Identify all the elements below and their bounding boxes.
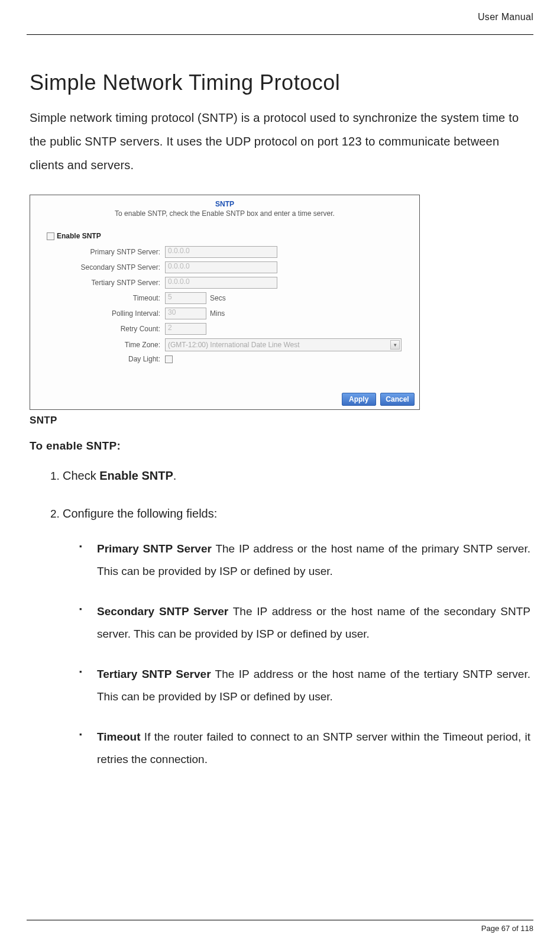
chevron-down-icon: ▾ (390, 340, 400, 350)
polling-unit: Mins (210, 309, 225, 318)
bullet-timeout-bold: Timeout (97, 731, 141, 743)
bullet-secondary-bold: Secondary SNTP Server (97, 605, 228, 618)
content: Simple Network Timing Protocol Simple ne… (27, 35, 533, 771)
button-bar: Apply Cancel (30, 389, 419, 409)
enable-sntp-row: Enable SNTP (47, 232, 413, 240)
retry-row: Retry Count: 2 (36, 323, 413, 335)
step-1-post: . (173, 469, 177, 482)
secondary-server-input[interactable]: 0.0.0.0 (165, 261, 277, 273)
bullet-secondary: Secondary SNTP Server The IP address or … (97, 600, 530, 645)
polling-row: Polling Interval: 30 Mins (36, 308, 413, 319)
step-2-text: Configure the following fields: (63, 507, 217, 520)
bullet-tertiary-bold: Tertiary SNTP Server (97, 668, 211, 680)
timezone-label: Time Zone: (36, 341, 165, 349)
screenshot-subtitle: To enable SNTP, check the Enable SNTP bo… (36, 209, 413, 218)
secondary-server-row: Secondary SNTP Server: 0.0.0.0 (36, 261, 413, 273)
step-1-pre: Check (63, 469, 99, 482)
enable-sntp-label: Enable SNTP (57, 232, 101, 240)
bullet-timeout: Timeout If the router failed to connect … (97, 726, 530, 771)
footer-text: Page 67 of 118 (27, 924, 533, 933)
page-header: User Manual (27, 12, 533, 35)
secondary-server-label: Secondary SNTP Server: (36, 263, 165, 272)
polling-input[interactable]: 30 (165, 308, 206, 319)
daylight-label: Day Light: (36, 355, 165, 363)
bullet-timeout-text: If the router failed to connect to an SN… (97, 731, 530, 765)
daylight-row: Day Light: (36, 355, 413, 363)
footer-rule (27, 920, 533, 920)
page-footer: Page 67 of 118 (27, 920, 533, 933)
step-1: Check Enable SNTP. (63, 464, 530, 487)
bullet-tertiary: Tertiary SNTP Server The IP address or t… (97, 663, 530, 708)
tertiary-server-row: Tertiary SNTP Server: 0.0.0.0 (36, 277, 413, 289)
apply-button[interactable]: Apply (342, 393, 376, 406)
screenshot-title: SNTP (36, 200, 413, 208)
enable-sntp-checkbox[interactable] (47, 232, 54, 240)
timezone-row: Time Zone: (GMT-12:00) International Dat… (36, 338, 413, 351)
timeout-label: Timeout: (36, 294, 165, 302)
field-bullets: Primary SNTP Server The IP address or th… (63, 538, 530, 771)
sntp-screenshot: SNTP To enable SNTP, check the Enable SN… (30, 195, 420, 410)
timeout-unit: Secs (210, 294, 226, 302)
retry-input[interactable]: 2 (165, 323, 206, 335)
timeout-input[interactable]: 5 (165, 292, 206, 304)
header-label: User Manual (27, 12, 533, 22)
timeout-row: Timeout: 5 Secs (36, 292, 413, 304)
tertiary-server-label: Tertiary SNTP Server: (36, 279, 165, 287)
primary-server-input[interactable]: 0.0.0.0 (165, 246, 277, 258)
spacer (36, 367, 413, 383)
tertiary-server-input[interactable]: 0.0.0.0 (165, 277, 277, 289)
page-title: Simple Network Timing Protocol (30, 70, 530, 95)
sntp-screenshot-body: SNTP To enable SNTP, check the Enable SN… (30, 195, 419, 389)
page: User Manual Simple Network Timing Protoc… (0, 0, 560, 947)
daylight-checkbox[interactable] (165, 355, 173, 363)
cancel-button[interactable]: Cancel (380, 393, 415, 406)
primary-server-row: Primary SNTP Server: 0.0.0.0 (36, 246, 413, 258)
timezone-select[interactable]: (GMT-12:00) International Date Line West… (165, 338, 402, 351)
steps-list: Check Enable SNTP. Configure the followi… (30, 464, 530, 771)
primary-server-label: Primary SNTP Server: (36, 248, 165, 256)
polling-label: Polling Interval: (36, 309, 165, 318)
figure-caption: SNTP (30, 415, 530, 426)
step-1-bold: Enable SNTP (99, 469, 173, 482)
section-heading: To enable SNTP: (30, 439, 530, 453)
step-2: Configure the following fields: Primary … (63, 502, 530, 771)
retry-label: Retry Count: (36, 325, 165, 333)
bullet-primary-bold: Primary SNTP Server (97, 542, 212, 555)
timezone-value: (GMT-12:00) International Date Line West (168, 341, 300, 349)
bullet-primary: Primary SNTP Server The IP address or th… (97, 538, 530, 583)
intro-paragraph: Simple network timing protocol (SNTP) is… (30, 106, 530, 177)
